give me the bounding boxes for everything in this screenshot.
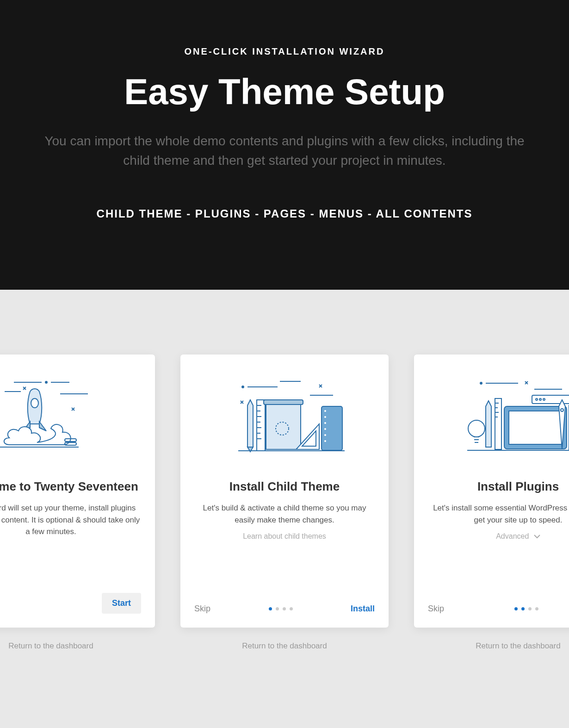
hero-title: Easy Theme Setup <box>19 71 550 113</box>
dot <box>290 607 293 610</box>
svg-point-30 <box>324 428 326 430</box>
advanced-toggle[interactable]: Advanced <box>428 532 569 541</box>
skip-button[interactable]: Skip <box>428 604 444 614</box>
card-footer: Skip <box>414 592 569 628</box>
start-button[interactable]: Start <box>102 593 141 614</box>
hero-description: You can import the whole demo contents a… <box>42 131 527 170</box>
card-title: Install Child Theme <box>190 479 379 494</box>
svg-point-48 <box>468 420 485 437</box>
return-dashboard-link[interactable]: Return to the dashboard <box>476 641 560 651</box>
svg-point-2 <box>45 381 47 383</box>
card-description: This wizard will set up your theme, inst… <box>0 502 141 538</box>
dot <box>276 607 279 610</box>
dot <box>528 607 532 610</box>
card-wrap-welcome: Welcome to Twenty Seventeen This wizard … <box>0 355 155 651</box>
devices-illustration <box>414 355 569 470</box>
svg-rect-15 <box>257 400 265 451</box>
svg-point-28 <box>324 416 326 418</box>
progress-dots <box>514 607 538 610</box>
svg-point-5 <box>31 398 38 408</box>
svg-rect-23 <box>266 403 301 449</box>
install-button[interactable]: Install <box>351 604 375 614</box>
svg-rect-47 <box>509 411 562 444</box>
svg-point-27 <box>324 410 326 412</box>
card-title: Welcome to Twenty Seventeen <box>0 479 146 494</box>
svg-point-31 <box>324 434 326 436</box>
progress-dots <box>269 607 293 610</box>
svg-point-35 <box>480 382 482 384</box>
wizard-cards-section: Welcome to Twenty Seventeen This wizard … <box>0 290 569 688</box>
wizard-card-plugins: Install Plugins Let's install some essen… <box>414 355 569 628</box>
svg-rect-24 <box>264 400 303 404</box>
hero-eyebrow: ONE-CLICK INSTALLATION WIZARD <box>19 46 550 57</box>
svg-rect-41 <box>495 398 501 449</box>
card-description: Let's install some essential WordPress p… <box>428 502 569 526</box>
advanced-label: Advanced <box>496 532 529 540</box>
wizard-card-child-theme: Install Child Theme Let's build & activa… <box>180 355 389 628</box>
svg-point-13 <box>242 386 244 388</box>
dot <box>535 607 538 610</box>
hero-features: CHILD THEME - PLUGINS - PAGES - MENUS - … <box>19 207 550 220</box>
dot <box>521 607 525 610</box>
rocket-illustration <box>0 355 155 470</box>
dot <box>514 607 518 610</box>
skip-button[interactable]: Skip <box>194 604 210 614</box>
wizard-card-welcome: Welcome to Twenty Seventeen This wizard … <box>0 355 155 628</box>
card-description: Let's build & activate a child theme so … <box>194 502 375 526</box>
return-dashboard-link[interactable]: Return to the dashboard <box>242 641 327 651</box>
cards-row: Welcome to Twenty Seventeen This wizard … <box>0 355 569 651</box>
learn-link[interactable]: Learn about child themes <box>194 532 375 541</box>
card-wrap-plugins: Install Plugins Let's install some essen… <box>414 355 569 651</box>
card-title: Install Plugins <box>423 479 569 494</box>
dot <box>269 607 272 610</box>
dot <box>283 607 286 610</box>
card-wrap-child-theme: Install Child Theme Let's build & activa… <box>180 355 389 651</box>
card-footer: Skip Install <box>180 592 389 628</box>
hero-section: ONE-CLICK INSTALLATION WIZARD Easy Theme… <box>0 0 569 290</box>
svg-point-29 <box>324 422 326 424</box>
tools-illustration <box>180 355 389 470</box>
return-dashboard-link[interactable]: Return to the dashboard <box>8 641 93 651</box>
chevron-down-icon <box>534 532 540 541</box>
svg-point-32 <box>324 440 326 442</box>
card-footer: Start <box>0 581 155 628</box>
